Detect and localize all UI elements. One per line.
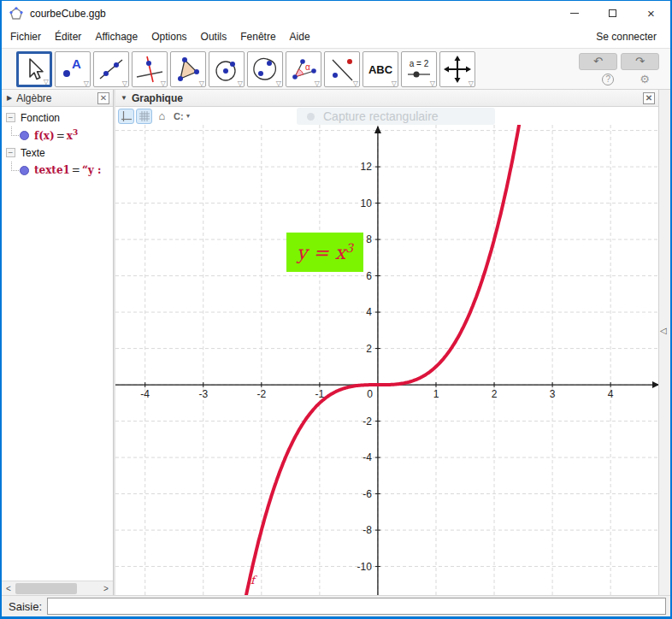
- menu-options[interactable]: Options: [144, 27, 193, 46]
- menu-fenetre[interactable]: Fenêtre: [233, 27, 282, 46]
- svg-text:-6: -6: [363, 488, 372, 500]
- minimize-icon: [570, 13, 579, 14]
- scroll-track[interactable]: [15, 582, 99, 595]
- menu-editer[interactable]: Éditer: [48, 27, 88, 46]
- point-capturing-button[interactable]: C: ▼: [172, 109, 193, 124]
- curve-label-f: f: [251, 574, 255, 587]
- svg-text:4: 4: [366, 306, 372, 318]
- capture-toast: Capture rectangulaire: [297, 108, 495, 125]
- text-label-y-equals-x-cubed[interactable]: y = x3: [286, 233, 363, 272]
- toggle-grid-button[interactable]: [136, 109, 152, 124]
- close-button[interactable]: ×: [632, 1, 670, 26]
- tool-point-button[interactable]: A ▽: [55, 51, 91, 87]
- algebra-close-icon[interactable]: ✕: [97, 92, 109, 104]
- point-icon: A: [57, 54, 88, 85]
- move-graphics-icon: [442, 54, 473, 85]
- conic-icon: [250, 54, 280, 85]
- tool-perpendicular-line-button[interactable]: ▽: [132, 51, 168, 87]
- svg-text:10: 10: [361, 197, 373, 209]
- svg-text:6: 6: [366, 270, 372, 282]
- app-window: courbeCube.ggb × Fichier Éditer Affichag…: [0, 0, 672, 619]
- menu-fichier[interactable]: Fichier: [3, 27, 48, 46]
- signin-link[interactable]: Se connecter: [589, 27, 670, 46]
- algebra-group-fonction: − Fonction: [2, 109, 113, 126]
- grid-icon: [139, 110, 150, 122]
- maximize-icon: [609, 9, 616, 17]
- svg-text:0: 0: [367, 388, 373, 400]
- help-button[interactable]: ?: [602, 74, 614, 85]
- window-title: courbeCube.ggb: [30, 8, 106, 20]
- toggle-axes-button[interactable]: [118, 109, 134, 124]
- algebra-item-function[interactable]: f(x)=x3: [2, 126, 113, 144]
- svg-text:-8: -8: [363, 524, 372, 536]
- visibility-marble[interactable]: [20, 166, 29, 175]
- svg-text:-4: -4: [363, 451, 372, 463]
- perpendicular-line-icon: [134, 54, 165, 85]
- redo-icon: ↷: [635, 55, 645, 68]
- capture-label: C:: [174, 111, 184, 121]
- svg-text:a = 2: a = 2: [410, 59, 429, 68]
- chevron-down-icon: ▼: [186, 113, 192, 119]
- circle-icon: [211, 54, 242, 85]
- slider-icon: a = 2: [404, 54, 434, 85]
- home-view-button[interactable]: ⌂: [154, 109, 170, 124]
- svg-text:-2: -2: [256, 388, 266, 400]
- svg-text:8: 8: [366, 233, 372, 245]
- algebra-panel: ▶ Algèbre ✕ − Fonction f(x)=x3 − Texte: [2, 90, 113, 595]
- graphics-canvas[interactable]: -4-3-2-101234-10-8-6-4-224681012 y = x3 …: [115, 125, 658, 595]
- svg-text:4: 4: [608, 388, 614, 400]
- undo-button[interactable]: ↶: [579, 53, 617, 70]
- disclosure-right-icon[interactable]: ▶: [7, 94, 12, 102]
- collapse-toggle-icon[interactable]: −: [6, 148, 15, 157]
- tool-move-button[interactable]: ▽: [16, 51, 52, 87]
- tool-line-button[interactable]: ▽: [93, 51, 129, 87]
- saisie-input[interactable]: [47, 598, 666, 615]
- tool-conic-button[interactable]: ▽: [247, 51, 283, 87]
- graphics-panel: ▼ Graphique ✕: [115, 90, 658, 595]
- scroll-right-icon[interactable]: >: [99, 582, 113, 595]
- menu-affichage[interactable]: Affichage: [88, 27, 144, 46]
- svg-text:1: 1: [433, 388, 439, 400]
- collapse-handle-icon[interactable]: ◁: [660, 326, 667, 335]
- tool-reflection-button[interactable]: ▽: [324, 51, 360, 87]
- algebra-group-texte: − Texte: [2, 144, 113, 161]
- menu-aide[interactable]: Aide: [283, 27, 317, 46]
- svg-text:-2: -2: [363, 416, 372, 427]
- undo-icon: ↶: [593, 55, 603, 68]
- minimize-button[interactable]: [555, 1, 593, 26]
- graphics-close-icon[interactable]: ✕: [643, 92, 655, 104]
- input-bar: Saisie:: [2, 595, 670, 616]
- tool-circle-button[interactable]: ▽: [209, 51, 245, 87]
- settings-gear-icon[interactable]: ⚙: [640, 74, 650, 85]
- polygon-icon: [173, 54, 203, 85]
- scroll-thumb[interactable]: [15, 583, 77, 594]
- svg-text:2: 2: [366, 343, 372, 355]
- algebra-hscrollbar[interactable]: < >: [2, 581, 113, 595]
- redo-button[interactable]: ↷: [621, 53, 659, 70]
- tool-polygon-button[interactable]: ▽: [170, 51, 206, 87]
- svg-text:-3: -3: [198, 388, 208, 400]
- right-panel-strip: ◁: [658, 90, 670, 595]
- tool-angle-button[interactable]: α ▽: [286, 51, 321, 87]
- maximize-button[interactable]: [593, 1, 632, 26]
- tool-slider-button[interactable]: a = 2 ▽: [401, 51, 437, 87]
- menu-bar: Fichier Éditer Affichage Options Outils …: [2, 26, 670, 48]
- disclosure-down-icon[interactable]: ▼: [121, 94, 127, 102]
- algebra-item-texte1[interactable]: texte1=“y :: [2, 161, 113, 180]
- collapse-toggle-icon[interactable]: −: [6, 113, 15, 122]
- geogebra-logo-icon: [9, 7, 23, 21]
- tool-text-button[interactable]: ABC ▽: [363, 51, 398, 87]
- scroll-left-icon[interactable]: <: [2, 582, 15, 595]
- saisie-label: Saisie:: [2, 600, 47, 613]
- toast-bullet-icon: [307, 113, 315, 121]
- visibility-marble[interactable]: [20, 131, 29, 140]
- tool-move-graphics-button[interactable]: ▽: [439, 51, 475, 87]
- toolbar: ▽ A ▽ ▽: [2, 48, 670, 90]
- menu-outils[interactable]: Outils: [194, 27, 234, 46]
- algebra-panel-title: Algèbre: [16, 92, 51, 104]
- svg-text:12: 12: [361, 161, 373, 173]
- line-icon: [96, 54, 127, 85]
- algebra-panel-header: ▶ Algèbre ✕: [2, 90, 113, 107]
- function-plot: -4-3-2-101234-10-8-6-4-224681012: [115, 125, 658, 595]
- svg-text:A: A: [72, 56, 81, 71]
